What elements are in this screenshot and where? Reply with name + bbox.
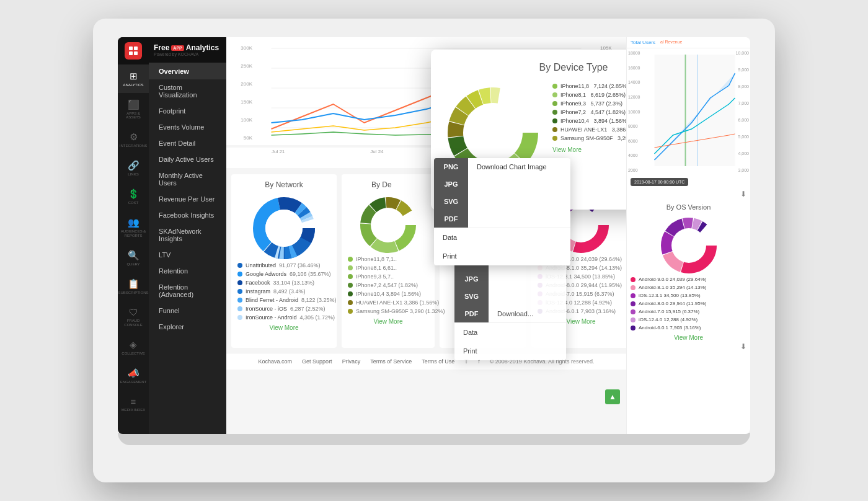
sidebar-icon-subscriptions[interactable]: 📋 SUBSCRIPTIONS [118,272,149,301]
y-axis-labels: 300K 250K 200K 150K 100K 50K [230,42,255,144]
legend-item: Android-8.0.0 29,944 (11.95%) [631,301,746,306]
logo-free-text: Free [154,43,169,52]
network-legend: Unattributed 91,077 (36.46%) Google Adwo… [237,262,330,321]
jpg-button[interactable]: JPG [434,175,468,193]
nav-item-mau[interactable]: Monthly Active Users [149,167,226,191]
sidebar-icon-analytics[interactable]: ⊞ ANALYTICS [118,64,149,93]
print-menu-item[interactable]: Print [434,247,570,265]
download-chart-label: Download Chart Image [468,158,570,175]
os-download-icon[interactable]: ⬇ [740,342,746,351]
footer-link-support[interactable]: Get Support [302,358,332,365]
nav-item-events-volume[interactable]: Events Volume [149,119,226,135]
legend-item: Blind Ferret - Android 8,122 (3.25%) [237,297,330,303]
legend-dot [237,263,242,268]
sidebar-icon-cost[interactable]: 💲 COST [118,182,149,211]
legend-item: IronSource - Android 4,305 (1.72%) [237,314,330,321]
png-format-item: PNG Download Chart Image [434,158,570,175]
device-type-view-more[interactable]: View More [552,146,626,153]
total-revenue-label: al Revenue [660,40,682,45]
sidebar-icon-links[interactable]: 🔗 LINKS [118,154,149,182]
footer-link-kochava[interactable]: Kochava.com [259,358,293,365]
legend-dot [237,306,242,311]
os-right-view-more[interactable]: View More [627,334,750,341]
right-y-right: 10,000 9,000 8,000 7,000 6,000 5,000 4,0… [732,48,750,175]
footer-link-privacy[interactable]: Privacy [342,358,361,365]
nav-item-skan[interactable]: SKAdNetwork Insights [149,223,226,247]
nav-item-ltv[interactable]: LTV [149,247,226,263]
footer-link-tou[interactable]: Terms of Use [422,358,454,365]
links-icon: 🔗 [128,160,140,171]
nav-item-funnel[interactable]: Funnel [149,303,226,319]
sidebar-icon-audiences[interactable]: 👥 AUDIENCES & REPORTS [118,211,149,244]
legend-item: Samsung SM-G950F 3,290 (1.32%) [552,135,626,141]
device-type-legend: IPhone11,8 7,124 (2.85%) IPhone8,1 6,619… [552,83,626,153]
svg-point-16 [265,210,303,247]
data-menu-item-2[interactable]: Data [454,323,566,342]
legend-item: HUAWEI ANE-LX1 3,386 (1.36%) [552,126,626,133]
print-menu-item-2[interactable]: Print [454,342,566,360]
legend-item: Android-9.0.0 24,039 (29.64%) [631,277,746,282]
apps-icon: ⬛ [128,99,140,110]
nav-item-footprint[interactable]: Footprint [149,103,226,119]
svg-format-item-2: SVG [454,288,566,305]
legend-dot [348,257,353,262]
nav-item-overview[interactable]: Overview [149,63,226,79]
nav-item-retention-adv[interactable]: Retention (Advanced) [149,279,226,303]
footer-link-tos[interactable]: Terms of Service [370,358,412,365]
device-chart-title: By Device [348,180,428,189]
right-chart-area: 18000 16000 14000 12000 10000 8000 6000 … [627,48,750,175]
sidebar-icon-fraud[interactable]: 🛡 FRAUD CONSOLE [118,301,149,333]
device-view-more[interactable]: View More [348,318,428,325]
legend-dot [552,127,557,132]
right-download-icon[interactable]: ⬇ [740,190,746,198]
logo-row: Free APP Analytics [154,43,221,52]
nav-item-explorer[interactable]: Explorer [149,319,226,335]
legend-item: Facebook 33,104 (13.13%) [237,280,330,286]
network-chart-title: By Network [237,180,330,189]
sidebar-icon-engagement[interactable]: 📣 ENGAGEMENT [118,361,149,390]
nav-item-custom-viz[interactable]: Custom Visualization [149,79,226,103]
network-donut-container [237,194,330,262]
svg-button-2[interactable]: SVG [454,288,489,305]
sidebar-icon-collective[interactable]: ◈ COLLECTIVE [118,333,149,361]
os-right-legend: Android-9.0.0 24,039 (29.64%) Android-8.… [627,277,750,330]
os-donut-right-svg [658,215,720,277]
nav-item-retention[interactable]: Retention [149,263,226,279]
png-button[interactable]: PNG [434,158,468,175]
analytics-icon: ⊞ [130,71,138,82]
main-content: 300K 250K 200K 150K 100K 50K [226,37,626,434]
data-menu-item[interactable]: Data [434,228,570,247]
scroll-top-button[interactable]: ▲ [605,389,620,404]
network-view-more[interactable]: View More [237,324,330,331]
right-panel-labels: Total Users al Revenue [627,37,750,48]
cost-icon: 💲 [128,188,140,200]
nav-item-facebook[interactable]: Facebook Insights [149,207,226,223]
pdf-button-2[interactable]: PDF [454,305,489,322]
footer: Kochava.com Get Support Privacy Terms of… [226,353,626,370]
pdf-button[interactable]: PDF [434,210,468,228]
legend-item: IronSource - iOS 6,287 (2.52%) [237,306,330,312]
nav-item-dau[interactable]: Daily Active Users [149,151,226,167]
sidebar-icon-integrations[interactable]: ⚙ INTEGRATIONS [118,125,149,154]
sidebar: ⊞ ANALYTICS ⬛ APPS & ASSETS ⚙ INTEGRATIO… [118,37,226,434]
legend-dot [348,265,353,270]
svg-button[interactable]: SVG [434,193,468,210]
legend-dot [552,92,557,97]
device-donut-container [348,194,428,256]
sidebar-icon-query[interactable]: 🔍 QUERY [118,244,149,272]
jpg-button-2[interactable]: JPG [454,270,489,288]
legend-dot [552,110,557,115]
svg-point-44 [463,103,523,162]
legend-dot [552,118,557,123]
os-donut-right [627,215,750,277]
sidebar-icon-apps[interactable]: ⬛ APPS & ASSETS [118,93,149,125]
sidebar-logo [118,37,149,64]
legend-item: IPhone9,3 5,7.. [348,273,428,280]
nav-item-rpu[interactable]: Revenue Per User [149,191,226,207]
legend-item: Android-7.0 15,915 (6.37%) [631,309,746,314]
nav-item-event-detail[interactable]: Event Detail [149,135,226,151]
sidebar-icon-media[interactable]: ≡ MEDIA INDEX [118,390,149,418]
jpg-format-item-2: JPG [454,270,566,288]
jpg-format-item: JPG [434,175,570,193]
logo-app-badge: APP [171,45,184,51]
